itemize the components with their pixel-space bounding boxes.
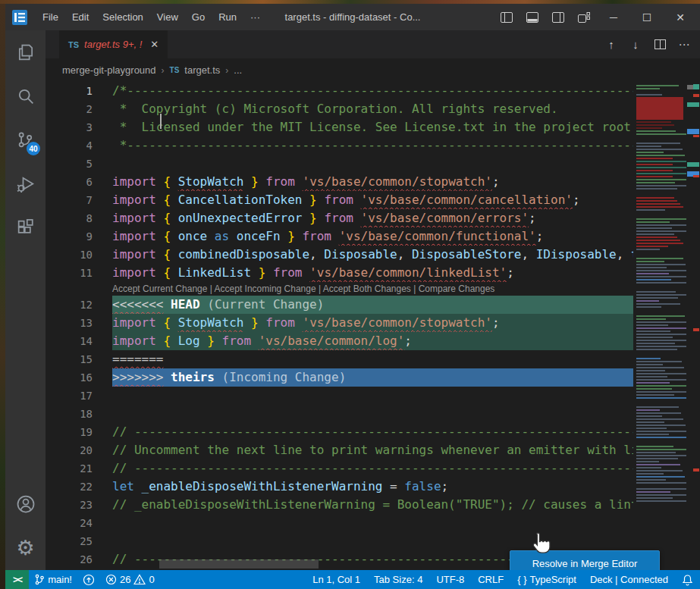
code-line-2[interactable]: 2 * Copyright (c) Microsoft Corporation.… [46,100,633,118]
split-editor-button[interactable] [650,35,670,55]
line-number: 22 [46,478,93,496]
code-text: // -------------------------------------… [112,423,633,441]
customize-layout-icon[interactable] [573,8,595,27]
indentation-item[interactable]: Tab Size: 4 [367,570,429,589]
connection-status-item[interactable]: Deck | Connected [583,570,675,589]
codelens-accept-incoming-change[interactable]: Accept Incoming Change [215,284,316,294]
breadcrumb: merge-git-playground › TS target.ts › ..… [46,58,700,82]
code-line-3[interactable]: 3 * Licensed under the MIT License. See … [46,118,633,136]
menu-[interactable]: ··· [243,8,267,26]
cloud-upload-icon [83,574,95,586]
code-line-17[interactable]: 17 [46,387,633,405]
code-line-15[interactable]: 15======= [46,350,633,368]
line-number: 25 [46,532,93,550]
language-mode-item[interactable]: { } TypeScript [510,570,583,589]
code-text: import { LinkedList } from 'vs/base/comm… [112,264,633,282]
code-text: import { once as onceFn } from 'vs/base/… [112,227,633,246]
title-bar: FileEditSelectionViewGoRun··· target.ts … [5,4,700,30]
code-line-9[interactable]: 9import { once as onceFn } from 'vs/base… [46,227,633,246]
code-text: // -------------------------------------… [112,459,633,478]
cursor-position-item[interactable]: Ln 1, Col 1 [306,570,367,589]
code-text: import { StopWatch } from 'vs/base/commo… [112,173,633,191]
notifications-item[interactable] [675,570,700,589]
settings-button[interactable]: ⚙ [5,526,46,570]
code-line-23[interactable]: 23// _enableDisposeWithListenerWarning =… [46,496,633,514]
horizontal-scrollbar[interactable] [159,559,319,569]
merge-codelens: Accept Current Change | Accept Incoming … [46,282,633,296]
sidebar-item-source-control[interactable]: 40 [5,118,46,162]
code-line-21[interactable]: 21// -----------------------------------… [46,459,633,478]
code-line-11[interactable]: 11import { LinkedList } from 'vs/base/co… [46,264,633,282]
code-line-14[interactable]: 14import { Log } from 'vs/base/common/lo… [46,332,633,350]
tab-close-icon[interactable]: ✕ [150,39,159,50]
breadcrumb-folder[interactable]: merge-git-playground [62,64,156,76]
branch-status-item[interactable]: main! [29,570,77,589]
code-text: // Uncomment the next line to print warn… [112,441,633,459]
sidebar-item-extensions[interactable] [5,206,46,250]
sidebar-item-run-debug[interactable] [5,162,46,206]
sidebar-item-explorer[interactable] [5,30,46,74]
code-line-4[interactable]: 4 *-------------------------------------… [46,136,633,155]
menu-file[interactable]: File [36,8,65,26]
breadcrumb-symbol[interactable]: ... [234,64,242,76]
code-line-19[interactable]: 19// -----------------------------------… [46,423,633,441]
typescript-file-icon: TS [68,40,79,49]
line-number: 24 [46,514,93,532]
breadcrumb-file[interactable]: target.ts [184,64,220,76]
remote-indicator[interactable]: >< [5,570,29,589]
code-line-24[interactable]: 24 [46,514,633,532]
menu-view[interactable]: View [150,8,185,26]
code-line-16[interactable]: 16>>>>>>> theirs (Incoming Change) [46,368,633,387]
codelens-accept-current-change[interactable]: Accept Current Change [112,284,207,294]
code-line-6[interactable]: 6import { StopWatch } from 'vs/base/comm… [46,173,633,191]
codelens-compare-changes[interactable]: Compare Changes [419,284,495,294]
activity-bar: 40 ⚙ [5,30,46,570]
code-line-20[interactable]: 20// Uncomment the next line to print wa… [46,441,633,459]
code-line-12[interactable]: 12<<<<<<< HEAD (Current Change) [46,296,633,314]
code-editor[interactable]: 1/*-------------------------------------… [46,82,633,570]
next-change-button[interactable]: ↓ [626,35,645,55]
code-line-8[interactable]: 8import { onUnexpectedError } from 'vs/b… [46,209,633,227]
more-actions-button[interactable]: ⋯ [674,35,694,55]
sidebar-item-search[interactable] [5,74,46,118]
chevron-right-icon: › [162,65,165,76]
code-line-18[interactable]: 18 [46,405,633,423]
code-line-13[interactable]: 13import { StopWatch } from 'vs/base/com… [46,314,633,332]
code-text: >>>>>>> theirs (Incoming Change) [112,368,633,387]
code-text [112,387,633,405]
problems-status-item[interactable]: 26 0 [100,570,160,589]
code-text [112,405,633,423]
code-line-7[interactable]: 7import { CancellationToken } from 'vs/b… [46,191,633,209]
minimize-button[interactable]: ─ [598,7,629,28]
toggle-primary-sidebar-icon[interactable] [495,8,518,27]
previous-change-button[interactable]: ↑ [601,35,621,55]
toggle-panel-icon[interactable] [521,8,544,27]
code-line-22[interactable]: 22let _enableDisposeWithListenerWarning … [46,478,633,496]
code-text: import { combinedDisposable, Disposable,… [112,246,633,264]
menu-edit[interactable]: Edit [65,8,96,26]
line-number: 23 [46,496,93,514]
bell-icon [682,574,693,586]
code-line-5[interactable]: 5 [46,155,633,173]
menu-selection[interactable]: Selection [96,8,149,26]
accounts-button[interactable] [5,482,46,526]
vscode-window: FileEditSelectionViewGoRun··· target.ts … [0,0,700,589]
tab-target-ts[interactable]: TS target.ts 9+, ! ✕ [59,30,168,58]
code-line-10[interactable]: 10import { combinedDisposable, Disposabl… [46,246,633,264]
code-line-1[interactable]: 1/*-------------------------------------… [46,82,633,100]
codelens-accept-both-changes[interactable]: Accept Both Changes [323,284,411,294]
minimap[interactable] [633,82,686,570]
line-number: 10 [46,246,93,264]
maximize-button[interactable]: ☐ [632,7,662,28]
encoding-item[interactable]: UTF-8 [429,570,471,589]
menu-go[interactable]: Go [185,8,212,26]
toggle-secondary-sidebar-icon[interactable] [547,8,570,27]
close-button[interactable]: ✕ [665,7,695,28]
code-text: * Copyright (c) Microsoft Corporation. A… [112,100,633,118]
run-debug-icon [15,174,36,195]
menu-run[interactable]: Run [212,8,243,26]
line-number: 6 [46,173,93,191]
code-text: ======= [112,350,633,368]
publish-status-item[interactable] [77,570,100,589]
eol-item[interactable]: CRLF [471,570,510,589]
